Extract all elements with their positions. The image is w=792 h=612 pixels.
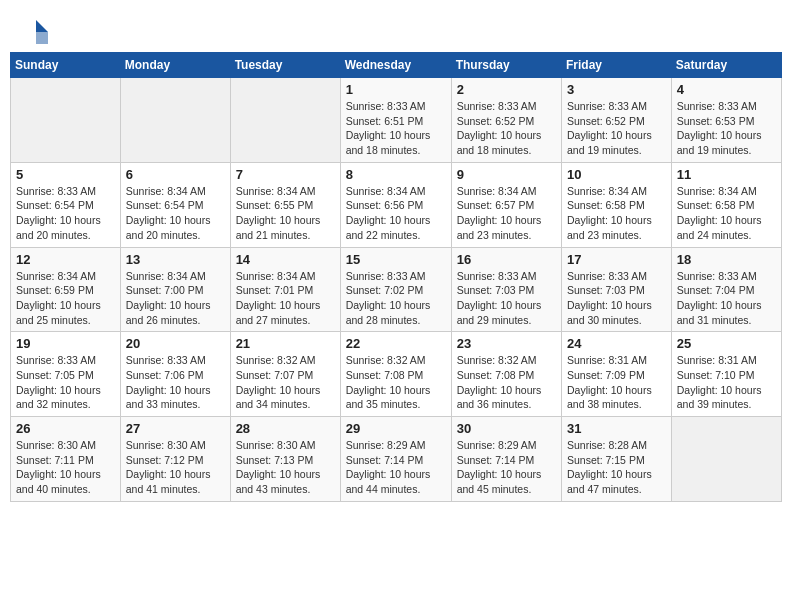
day-info: Sunrise: 8:34 AM Sunset: 6:54 PM Dayligh… [126,184,225,243]
day-info: Sunrise: 8:33 AM Sunset: 6:53 PM Dayligh… [677,99,776,158]
calendar-body: 1Sunrise: 8:33 AM Sunset: 6:51 PM Daylig… [11,78,782,502]
calendar-cell: 17Sunrise: 8:33 AM Sunset: 7:03 PM Dayli… [562,247,672,332]
day-number: 3 [567,82,666,97]
calendar-week-row: 19Sunrise: 8:33 AM Sunset: 7:05 PM Dayli… [11,332,782,417]
calendar-header: SundayMondayTuesdayWednesdayThursdayFrid… [11,53,782,78]
day-info: Sunrise: 8:34 AM Sunset: 6:57 PM Dayligh… [457,184,556,243]
calendar-cell: 30Sunrise: 8:29 AM Sunset: 7:14 PM Dayli… [451,417,561,502]
calendar-cell: 31Sunrise: 8:28 AM Sunset: 7:15 PM Dayli… [562,417,672,502]
day-number: 5 [16,167,115,182]
calendar-cell: 10Sunrise: 8:34 AM Sunset: 6:58 PM Dayli… [562,162,672,247]
day-info: Sunrise: 8:31 AM Sunset: 7:09 PM Dayligh… [567,353,666,412]
day-number: 6 [126,167,225,182]
day-info: Sunrise: 8:30 AM Sunset: 7:11 PM Dayligh… [16,438,115,497]
day-info: Sunrise: 8:34 AM Sunset: 6:55 PM Dayligh… [236,184,335,243]
calendar-cell: 11Sunrise: 8:34 AM Sunset: 6:58 PM Dayli… [671,162,781,247]
day-number: 10 [567,167,666,182]
calendar-cell: 13Sunrise: 8:34 AM Sunset: 7:00 PM Dayli… [120,247,230,332]
day-number: 9 [457,167,556,182]
calendar-cell: 29Sunrise: 8:29 AM Sunset: 7:14 PM Dayli… [340,417,451,502]
weekday-header: Saturday [671,53,781,78]
day-number: 20 [126,336,225,351]
day-number: 28 [236,421,335,436]
day-number: 18 [677,252,776,267]
calendar-cell: 18Sunrise: 8:33 AM Sunset: 7:04 PM Dayli… [671,247,781,332]
calendar-cell: 19Sunrise: 8:33 AM Sunset: 7:05 PM Dayli… [11,332,121,417]
calendar-cell: 5Sunrise: 8:33 AM Sunset: 6:54 PM Daylig… [11,162,121,247]
day-info: Sunrise: 8:33 AM Sunset: 7:03 PM Dayligh… [457,269,556,328]
calendar-table: SundayMondayTuesdayWednesdayThursdayFrid… [10,52,782,502]
day-number: 24 [567,336,666,351]
day-info: Sunrise: 8:33 AM Sunset: 7:04 PM Dayligh… [677,269,776,328]
weekday-header: Tuesday [230,53,340,78]
day-info: Sunrise: 8:30 AM Sunset: 7:12 PM Dayligh… [126,438,225,497]
day-number: 17 [567,252,666,267]
day-info: Sunrise: 8:32 AM Sunset: 7:08 PM Dayligh… [457,353,556,412]
weekday-header: Friday [562,53,672,78]
day-number: 14 [236,252,335,267]
day-number: 16 [457,252,556,267]
calendar-cell: 15Sunrise: 8:33 AM Sunset: 7:02 PM Dayli… [340,247,451,332]
calendar-cell: 21Sunrise: 8:32 AM Sunset: 7:07 PM Dayli… [230,332,340,417]
day-info: Sunrise: 8:33 AM Sunset: 7:06 PM Dayligh… [126,353,225,412]
page-header [10,10,782,52]
calendar-cell: 2Sunrise: 8:33 AM Sunset: 6:52 PM Daylig… [451,78,561,163]
calendar-cell: 14Sunrise: 8:34 AM Sunset: 7:01 PM Dayli… [230,247,340,332]
day-info: Sunrise: 8:34 AM Sunset: 6:56 PM Dayligh… [346,184,446,243]
day-number: 11 [677,167,776,182]
day-info: Sunrise: 8:34 AM Sunset: 7:00 PM Dayligh… [126,269,225,328]
day-number: 30 [457,421,556,436]
calendar-week-row: 5Sunrise: 8:33 AM Sunset: 6:54 PM Daylig… [11,162,782,247]
day-number: 22 [346,336,446,351]
calendar-cell: 7Sunrise: 8:34 AM Sunset: 6:55 PM Daylig… [230,162,340,247]
calendar-cell: 3Sunrise: 8:33 AM Sunset: 6:52 PM Daylig… [562,78,672,163]
calendar-cell: 9Sunrise: 8:34 AM Sunset: 6:57 PM Daylig… [451,162,561,247]
calendar-cell: 23Sunrise: 8:32 AM Sunset: 7:08 PM Dayli… [451,332,561,417]
calendar-cell: 4Sunrise: 8:33 AM Sunset: 6:53 PM Daylig… [671,78,781,163]
day-info: Sunrise: 8:34 AM Sunset: 6:58 PM Dayligh… [677,184,776,243]
calendar-cell: 27Sunrise: 8:30 AM Sunset: 7:12 PM Dayli… [120,417,230,502]
calendar-cell [671,417,781,502]
day-info: Sunrise: 8:33 AM Sunset: 6:52 PM Dayligh… [457,99,556,158]
day-number: 27 [126,421,225,436]
calendar-cell: 8Sunrise: 8:34 AM Sunset: 6:56 PM Daylig… [340,162,451,247]
day-info: Sunrise: 8:32 AM Sunset: 7:07 PM Dayligh… [236,353,335,412]
logo-icon [22,18,50,46]
day-number: 21 [236,336,335,351]
calendar-cell: 25Sunrise: 8:31 AM Sunset: 7:10 PM Dayli… [671,332,781,417]
calendar-week-row: 12Sunrise: 8:34 AM Sunset: 6:59 PM Dayli… [11,247,782,332]
day-number: 12 [16,252,115,267]
calendar-cell: 22Sunrise: 8:32 AM Sunset: 7:08 PM Dayli… [340,332,451,417]
day-number: 19 [16,336,115,351]
day-number: 2 [457,82,556,97]
day-number: 31 [567,421,666,436]
calendar-cell: 16Sunrise: 8:33 AM Sunset: 7:03 PM Dayli… [451,247,561,332]
logo [22,18,54,46]
day-number: 1 [346,82,446,97]
calendar-cell: 20Sunrise: 8:33 AM Sunset: 7:06 PM Dayli… [120,332,230,417]
calendar-cell: 6Sunrise: 8:34 AM Sunset: 6:54 PM Daylig… [120,162,230,247]
weekday-header: Thursday [451,53,561,78]
calendar-cell [11,78,121,163]
day-info: Sunrise: 8:31 AM Sunset: 7:10 PM Dayligh… [677,353,776,412]
weekday-header: Sunday [11,53,121,78]
calendar-week-row: 1Sunrise: 8:33 AM Sunset: 6:51 PM Daylig… [11,78,782,163]
day-info: Sunrise: 8:34 AM Sunset: 6:59 PM Dayligh… [16,269,115,328]
day-info: Sunrise: 8:29 AM Sunset: 7:14 PM Dayligh… [346,438,446,497]
day-number: 7 [236,167,335,182]
calendar-cell: 1Sunrise: 8:33 AM Sunset: 6:51 PM Daylig… [340,78,451,163]
weekday-row: SundayMondayTuesdayWednesdayThursdayFrid… [11,53,782,78]
svg-marker-1 [36,32,48,44]
calendar-week-row: 26Sunrise: 8:30 AM Sunset: 7:11 PM Dayli… [11,417,782,502]
day-number: 23 [457,336,556,351]
day-info: Sunrise: 8:33 AM Sunset: 7:05 PM Dayligh… [16,353,115,412]
calendar-cell [230,78,340,163]
calendar-cell: 12Sunrise: 8:34 AM Sunset: 6:59 PM Dayli… [11,247,121,332]
day-number: 8 [346,167,446,182]
day-number: 26 [16,421,115,436]
weekday-header: Monday [120,53,230,78]
day-info: Sunrise: 8:29 AM Sunset: 7:14 PM Dayligh… [457,438,556,497]
svg-marker-0 [36,20,48,32]
day-number: 13 [126,252,225,267]
day-number: 29 [346,421,446,436]
